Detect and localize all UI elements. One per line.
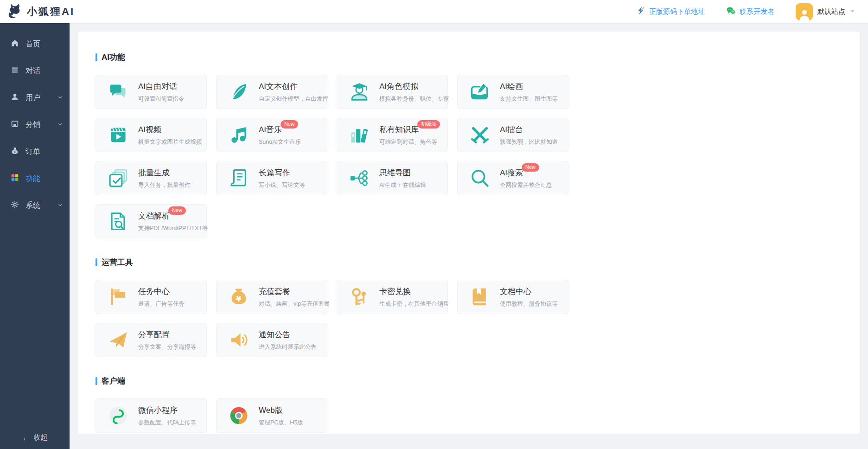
card-text: 微信小程序 参数配置、代码上传等 — [138, 405, 196, 427]
card-subtitle: 自定义创作模型，自由发挥 — [259, 95, 327, 103]
card-title: AI文本创作 — [259, 81, 327, 92]
card-text: 任务中心 邀请、广告等任务 — [138, 286, 185, 308]
feature-card[interactable]: AI音乐New SunoAI文生音乐 — [216, 118, 327, 152]
system-icon — [11, 200, 19, 211]
feature-card[interactable]: 通知公告 进入系统时展示此公告 — [216, 323, 327, 357]
sidebar-item-features[interactable]: 功能 — [0, 165, 70, 192]
feature-card[interactable]: 任务中心 邀请、广告等任务 — [96, 280, 207, 314]
sidebar-item-home[interactable]: 首页 — [0, 31, 70, 58]
main-area: AI功能 AI自由对话 可设置AI前置指令 AI文本创作 自定义创作模型，自由发… — [70, 23, 868, 449]
section-header: 运营工具 — [96, 257, 842, 268]
card-subtitle: 支持文生图、图生图等 — [500, 95, 558, 103]
card-text: AI搜索New 全网搜索并整合汇总 — [500, 167, 552, 189]
card-subtitle: SunoAI文生音乐 — [259, 138, 301, 146]
badge: 初级版 — [417, 120, 440, 128]
card-grid: 任务中心 邀请、广告等任务 ¥ 充值套餐 对话、绘画、vip等充值套餐 卡密兑换… — [96, 280, 842, 357]
badge: New — [522, 163, 539, 172]
flag-icon — [108, 286, 129, 308]
sidebar-item-user[interactable]: 用户 — [0, 84, 70, 111]
card-text: 私有知识库初级版 可绑定到对话、角色等 — [379, 124, 440, 146]
card-subtitle: 模拟各种身份、职位、专家 — [379, 95, 447, 103]
card-title: AI绘画 — [500, 81, 558, 92]
card-title: 微信小程序 — [138, 405, 196, 416]
user-icon — [11, 93, 19, 103]
card-subtitle: 分享文案、分享海报等 — [138, 343, 196, 351]
mindmap-icon — [349, 167, 370, 189]
sidebar-item-chat-list[interactable]: 对话 — [0, 58, 70, 84]
card-subtitle: 导入任务，批量创作 — [138, 181, 191, 189]
card-subtitle: 支持PDF/Word/PPT/TXT等 — [138, 224, 206, 232]
card-text: AI自由对话 可设置AI前置指令 — [138, 81, 184, 103]
feature-card[interactable]: AI绘画 支持文生图、图生图等 — [457, 75, 568, 109]
chevron-down-icon — [57, 94, 63, 102]
chevron-down-icon — [57, 121, 63, 129]
card-text: 通知公告 进入系统时展示此公告 — [259, 329, 317, 351]
card-grid: 微信小程序 参数配置、代码上传等 Web版 管理PC版、H5版 — [96, 398, 842, 433]
section-header: 客户端 — [96, 376, 842, 386]
feature-card[interactable]: 文档中心 使用教程、服务协议等 — [457, 280, 568, 314]
card-text: AI音乐New SunoAI文生音乐 — [259, 124, 301, 146]
header-link-order-source[interactable]: 正版源码下单地址 — [636, 6, 705, 17]
card-text: Web版 管理PC版、H5版 — [259, 405, 303, 427]
feature-card[interactable]: 批量生成 导入任务，批量创作 — [96, 161, 207, 195]
feature-card[interactable]: 长篇写作 写小说、写论文等 — [216, 161, 327, 195]
feature-card[interactable]: 微信小程序 参数配置、代码上传等 — [96, 398, 207, 433]
video-icon — [108, 124, 129, 146]
collapse-label: 收起 — [34, 433, 48, 442]
feature-card[interactable]: AI自由对话 可设置AI前置指令 — [96, 75, 207, 109]
feature-card[interactable]: 卡密兑换 生成卡密，在其他平台销售 — [337, 280, 448, 314]
badge: New — [281, 120, 298, 128]
paint-icon — [469, 81, 491, 103]
batch-icon — [108, 167, 129, 189]
section-accent-bar — [96, 377, 97, 385]
feature-card[interactable]: 分享配置 分享文案、分享海报等 — [96, 323, 207, 357]
section-accent-bar — [96, 53, 97, 61]
card-subtitle: 管理PC版、H5版 — [259, 419, 303, 427]
section-title: AI功能 — [102, 52, 125, 63]
card-text: 充值套餐 对话、绘画、vip等充值套餐 — [259, 286, 327, 308]
header-link-label: 联系开发者 — [740, 7, 774, 16]
svg-text:¥: ¥ — [14, 150, 16, 154]
sidebar-item-system[interactable]: 系统 — [0, 192, 70, 219]
card-subtitle: 根据文字或图片生成视频 — [138, 138, 202, 146]
sidebar-item-distribution[interactable]: 分销 — [0, 111, 70, 138]
caret-down-icon — [850, 7, 855, 16]
feature-card[interactable]: ¥ 充值套餐 对话、绘画、vip等充值套餐 — [216, 280, 327, 314]
header-link-contact-developer[interactable]: 联系开发者 — [726, 6, 774, 18]
search-icon — [469, 167, 491, 189]
miniprogram-icon — [108, 405, 129, 426]
sidebar-collapse-button[interactable]: ← 收起 — [0, 426, 70, 449]
card-title: 文档中心 — [500, 286, 558, 297]
card-text: AI视频 根据文字或图片生成视频 — [138, 124, 202, 146]
card-title: 长篇写作 — [259, 167, 305, 178]
card-subtitle: 全网搜索并整合汇总 — [500, 181, 552, 189]
feature-card[interactable]: AI擂台 孰强孰弱，比比就知道 — [457, 118, 568, 152]
site-selector[interactable]: 默认站点 — [796, 3, 855, 20]
feature-card[interactable]: 私有知识库初级版 可绑定到对话、角色等 — [337, 118, 448, 152]
card-text: 批量生成 导入任务，批量创作 — [138, 167, 191, 189]
card-text: 文档中心 使用教程、服务协议等 — [500, 286, 558, 308]
feature-card[interactable]: 思维导图 AI生成 + 在线编辑 — [337, 161, 448, 195]
feature-card[interactable]: Web版 管理PC版、H5版 — [216, 398, 327, 433]
card-title: Web版 — [259, 405, 303, 416]
announce-icon — [228, 329, 249, 351]
fox-logo-icon — [6, 2, 23, 21]
card-subtitle: 孰强孰弱，比比就知道 — [500, 138, 558, 146]
sidebar-item-label: 用户 — [26, 93, 40, 103]
section: 运营工具 任务中心 邀请、广告等任务 ¥ 充值套餐 对话、绘画、vip等充值套餐 — [96, 257, 842, 357]
sidebar-item-order[interactable]: ¥订单 — [0, 138, 70, 165]
feature-card[interactable]: AI搜索New 全网搜索并整合汇总 — [457, 161, 568, 195]
card-title: AI音乐New — [259, 124, 301, 135]
card-subtitle: 生成卡密，在其他平台销售 — [379, 300, 447, 308]
order-icon: ¥ — [11, 147, 19, 157]
sidebar: 首页对话用户分销¥订单功能系统 ← 收起 — [0, 23, 70, 449]
feature-card[interactable]: AI角色模拟 模拟各种身份、职位、专家 — [337, 75, 448, 109]
feature-card[interactable]: 文档解析New 支持PDF/Word/PPT/TXT等 — [96, 204, 207, 238]
feature-card[interactable]: AI文本创作 自定义创作模型，自由发挥 — [216, 75, 327, 109]
card-title: 卡密兑换 — [379, 286, 447, 297]
app-logo: 小狐狸AI — [6, 2, 75, 21]
card-title: 批量生成 — [138, 167, 191, 178]
card-text: AI文本创作 自定义创作模型，自由发挥 — [259, 81, 327, 103]
card-subtitle: 可绑定到对话、角色等 — [379, 138, 440, 146]
feature-card[interactable]: AI视频 根据文字或图片生成视频 — [96, 118, 207, 152]
